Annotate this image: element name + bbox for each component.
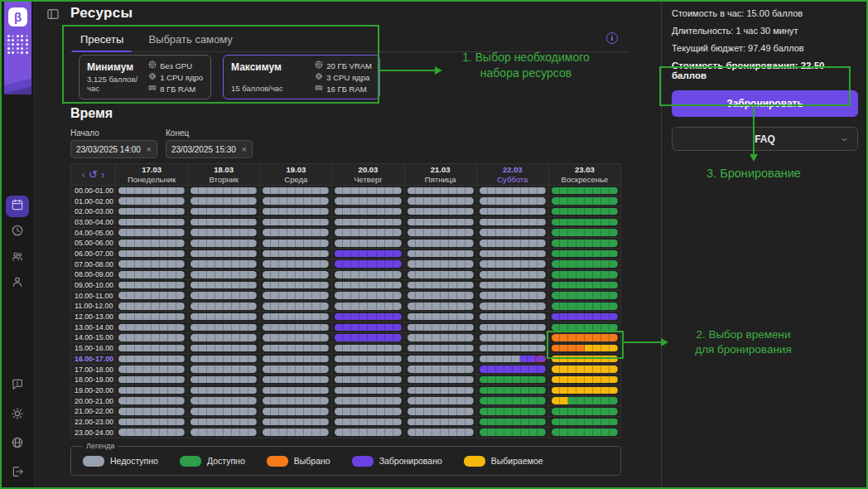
sidebar-item-theme[interactable] [6,404,29,426]
time-cell[interactable] [405,206,477,217]
time-cell[interactable] [549,217,621,228]
time-cell[interactable] [116,312,188,322]
clear-start-icon[interactable]: × [147,144,152,154]
reset-week-icon[interactable]: ↺ [89,169,98,180]
time-cell[interactable] [477,302,549,312]
time-cell[interactable] [260,291,332,302]
faq-accordion[interactable]: FAQ [672,127,858,151]
time-cell[interactable] [332,375,404,385]
preset-card-maximum[interactable]: Максимум15 баллов/час20 ГБ VRAM3 CPU ядр… [223,55,380,99]
end-datetime-input[interactable]: 23/03/2025 15:30 × [166,140,253,158]
time-cell[interactable] [405,196,477,207]
sidebar-item-feedback[interactable] [6,375,29,397]
time-cell[interactable] [405,186,477,196]
time-cell[interactable] [116,217,188,228]
time-cell[interactable] [260,343,332,354]
time-cell[interactable] [188,217,260,228]
time-cell[interactable] [549,259,621,270]
time-cell[interactable] [188,238,260,249]
time-cell[interactable] [549,238,621,249]
time-cell[interactable] [260,228,332,239]
time-cell[interactable] [332,270,404,281]
time-cell[interactable] [549,206,621,217]
time-cell[interactable] [188,322,260,333]
time-cell[interactable] [332,259,404,270]
time-cell[interactable] [188,196,260,207]
time-cell[interactable] [405,312,477,322]
time-cell[interactable] [260,302,332,312]
time-cell[interactable] [477,428,549,438]
time-cell[interactable] [260,385,332,396]
time-cell[interactable] [405,333,477,344]
time-cell[interactable] [332,238,404,249]
time-cell[interactable] [477,417,549,428]
time-cell[interactable] [260,354,332,365]
time-cell[interactable] [549,375,621,385]
time-cell[interactable] [549,280,621,291]
time-cell[interactable] [549,428,621,438]
time-cell[interactable] [549,365,621,375]
time-cell[interactable] [188,302,260,312]
time-cell[interactable] [332,302,404,312]
sidebar-item-language[interactable] [6,433,29,455]
time-cell[interactable] [549,249,621,259]
time-cell[interactable] [477,217,549,228]
time-cell[interactable] [260,322,332,333]
time-cell[interactable] [405,406,477,417]
time-cell[interactable] [405,354,477,365]
time-cell[interactable] [188,365,260,375]
time-cell[interactable] [405,428,477,438]
time-cell[interactable] [477,322,549,333]
time-cell[interactable] [477,259,549,270]
time-cell[interactable] [549,228,621,239]
time-cell[interactable] [188,417,260,428]
time-cell[interactable] [332,280,404,291]
time-cell[interactable] [116,270,188,281]
time-cell[interactable] [477,333,549,344]
time-cell[interactable] [405,280,477,291]
sidebar-item-logout[interactable] [6,462,29,484]
time-cell[interactable] [260,259,332,270]
time-cell[interactable] [477,343,549,354]
time-cell[interactable] [405,228,477,239]
time-cell[interactable] [477,270,549,281]
prev-week-icon[interactable]: ‹ [82,169,85,180]
time-cell[interactable] [549,302,621,312]
time-cell[interactable] [188,291,260,302]
time-cell[interactable] [405,365,477,375]
time-cell[interactable] [188,270,260,281]
time-cell[interactable] [188,186,260,196]
time-cell[interactable] [332,206,404,217]
time-cell[interactable] [116,280,188,291]
time-cell[interactable] [188,312,260,322]
time-cell[interactable] [405,238,477,249]
time-cell[interactable] [477,206,549,217]
time-cell[interactable] [116,333,188,344]
time-cell[interactable] [549,186,621,196]
time-cell[interactable] [477,196,549,207]
time-cell[interactable] [188,354,260,365]
time-cell[interactable] [116,375,188,385]
time-cell[interactable] [188,406,260,417]
time-cell[interactable] [116,343,188,354]
time-cell[interactable] [116,249,188,259]
time-cell[interactable] [260,238,332,249]
time-cell[interactable] [332,396,404,407]
time-cell[interactable] [332,406,404,417]
sidebar-collapse-icon[interactable] [46,7,60,21]
time-cell[interactable] [332,228,404,239]
time-cell[interactable] [188,375,260,385]
time-cell[interactable] [116,354,188,365]
time-cell[interactable] [549,385,621,396]
time-cell[interactable] [116,259,188,270]
time-cell[interactable] [116,228,188,239]
time-cell[interactable] [188,259,260,270]
time-cell[interactable] [260,217,332,228]
time-cell[interactable] [549,417,621,428]
time-cell[interactable] [549,291,621,302]
time-cell[interactable] [477,365,549,375]
time-cell[interactable] [477,249,549,259]
time-cell[interactable] [332,343,404,354]
time-cell[interactable] [260,428,332,438]
time-cell[interactable] [188,333,260,344]
